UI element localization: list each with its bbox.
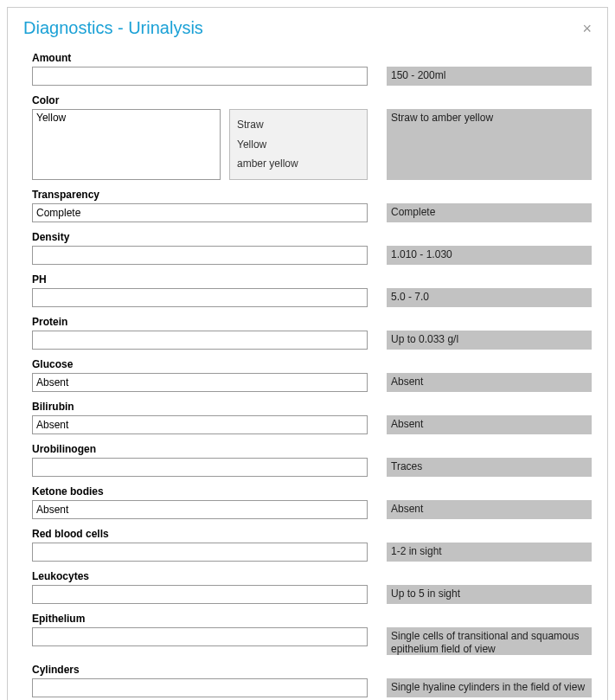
- input-amount[interactable]: [32, 67, 368, 86]
- ref-urobilinogen: Traces: [387, 458, 592, 477]
- ref-glucose: Absent: [387, 373, 592, 392]
- label-bilirubin: Bilirubin: [32, 401, 592, 413]
- input-cylinders[interactable]: [32, 678, 368, 697]
- dialog-header: Diagnostics - Urinalysis ×: [8, 8, 607, 45]
- input-urobilinogen[interactable]: [32, 458, 368, 477]
- input-ph[interactable]: [32, 288, 368, 307]
- input-density[interactable]: [32, 246, 368, 265]
- ref-bilirubin: Absent: [387, 415, 592, 434]
- field-leukocytes: Leukocytes Up to 5 in sight: [32, 570, 592, 604]
- label-transparency: Transparency: [32, 189, 592, 201]
- label-color: Color: [32, 94, 592, 106]
- ref-ketone: Absent: [387, 500, 592, 519]
- field-glucose: Glucose Absent: [32, 358, 592, 392]
- label-ph: PH: [32, 273, 592, 286]
- diagnostics-dialog: Diagnostics - Urinalysis × Amount 150 - …: [7, 7, 608, 700]
- ref-amount: 150 - 200ml: [387, 67, 592, 86]
- dialog-title: Diagnostics - Urinalysis: [23, 18, 203, 38]
- label-ketone: Ketone bodies: [32, 485, 592, 498]
- label-leukocytes: Leukocytes: [32, 570, 592, 582]
- form-body: Amount 150 - 200ml Color Yellow Straw Ye…: [8, 45, 607, 700]
- label-protein: Protein: [32, 316, 592, 328]
- ref-transparency: Complete: [387, 203, 592, 222]
- label-urobilinogen: Urobilinogen: [32, 443, 592, 455]
- field-amount: Amount 150 - 200ml: [32, 52, 592, 86]
- label-rbc: Red blood cells: [32, 528, 592, 540]
- field-ketone: Ketone bodies Absent: [32, 485, 592, 519]
- ref-epithelium: Single cells of transitional and squamou…: [387, 627, 592, 655]
- ref-color: Straw to amber yellow: [387, 109, 592, 180]
- field-transparency: Transparency Complete: [32, 189, 592, 222]
- field-ph: PH 5.0 - 7.0: [32, 273, 592, 307]
- field-cylinders: Cylinders Single hyaline cylinders in th…: [32, 664, 592, 697]
- input-bilirubin[interactable]: [32, 415, 368, 434]
- ref-cylinders: Single hyaline cylinders in the field of…: [387, 678, 592, 697]
- ref-rbc: 1-2 in sight: [387, 543, 592, 562]
- label-glucose: Glucose: [32, 358, 592, 370]
- input-color[interactable]: Yellow: [32, 109, 221, 180]
- label-density: Density: [32, 231, 592, 243]
- ref-ph: 5.0 - 7.0: [387, 288, 592, 307]
- input-leukocytes[interactable]: [32, 585, 368, 604]
- field-density: Density 1.010 - 1.030: [32, 231, 592, 265]
- input-epithelium[interactable]: [32, 627, 368, 646]
- ref-protein: Up to 0.033 g/l: [387, 331, 592, 350]
- field-rbc: Red blood cells 1-2 in sight: [32, 528, 592, 562]
- field-epithelium: Epithelium Single cells of transitional …: [32, 613, 592, 655]
- ref-density: 1.010 - 1.030: [387, 246, 592, 265]
- field-bilirubin: Bilirubin Absent: [32, 401, 592, 434]
- input-protein[interactable]: [32, 331, 368, 350]
- input-ketone[interactable]: [32, 500, 368, 519]
- label-amount: Amount: [32, 52, 592, 64]
- input-rbc[interactable]: [32, 543, 368, 562]
- input-glucose[interactable]: [32, 373, 368, 392]
- field-urobilinogen: Urobilinogen Traces: [32, 443, 592, 477]
- field-protein: Protein Up to 0.033 g/l: [32, 316, 592, 350]
- color-option-straw[interactable]: Straw: [237, 119, 360, 131]
- input-transparency[interactable]: [32, 203, 368, 222]
- label-cylinders: Cylinders: [32, 664, 592, 676]
- color-option-yellow[interactable]: Yellow: [237, 138, 360, 151]
- color-options[interactable]: Straw Yellow amber yellow: [229, 109, 368, 180]
- color-option-amber[interactable]: amber yellow: [237, 157, 360, 170]
- label-epithelium: Epithelium: [32, 613, 592, 625]
- field-color: Color Yellow Straw Yellow amber yellow S…: [32, 94, 592, 180]
- close-icon[interactable]: ×: [582, 21, 592, 36]
- ref-leukocytes: Up to 5 in sight: [387, 585, 592, 604]
